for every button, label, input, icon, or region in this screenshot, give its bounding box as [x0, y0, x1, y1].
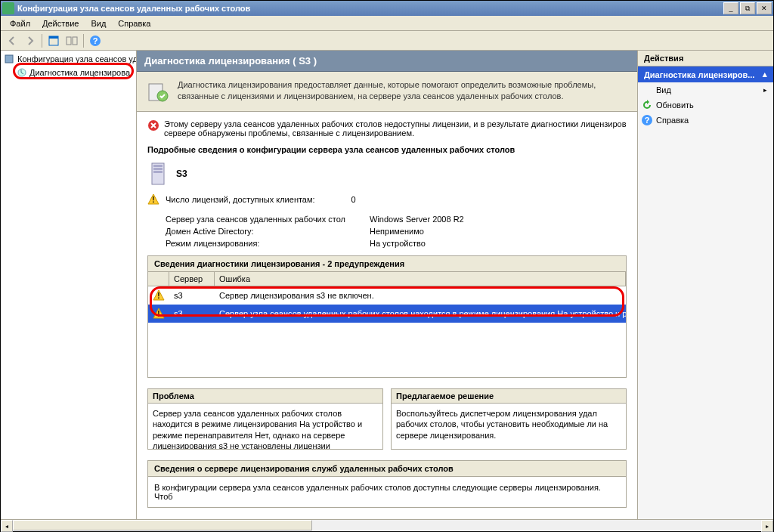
- main-window: Конфигурация узла сеансов удаленных рабо…: [0, 0, 774, 532]
- toolbar-separator: [83, 34, 84, 48]
- actions-subtitle[interactable]: Диагностика лицензиров... ▴: [638, 66, 773, 82]
- detail-row-mode: Режим лицензирования: На устройство: [166, 239, 627, 248]
- svg-rect-13: [153, 168, 163, 170]
- license-server-section: Сведения о сервере лицензирования служб …: [147, 460, 627, 508]
- problem-box: Проблема Сервер узла сеансов удаленных р…: [147, 388, 383, 450]
- error-icon: [147, 119, 159, 131]
- license-section-title: Сведения о сервере лицензирования служб …: [147, 460, 627, 477]
- tree-root[interactable]: Конфигурация узла сеансов уд: [2, 52, 135, 66]
- toolbar-separator: [42, 34, 42, 48]
- license-count-value: 0: [351, 195, 356, 204]
- toolbar: ?: [1, 31, 773, 51]
- warning-icon: !: [153, 308, 165, 320]
- menu-file[interactable]: Файл: [4, 17, 36, 29]
- svg-text:?: ?: [645, 116, 650, 125]
- warning-icon: !: [147, 193, 159, 206]
- scroll-thumb[interactable]: [13, 520, 312, 530]
- svg-rect-6: [5, 55, 13, 63]
- scroll-track[interactable]: [13, 520, 761, 531]
- diag-row-error: Сервер лицензирования s3 не включен.: [215, 289, 626, 302]
- error-message: Этому серверу узла сеансов удаленных раб…: [147, 119, 627, 138]
- warning-icon: !: [153, 289, 165, 302]
- diag-th-server[interactable]: Сервер: [169, 272, 215, 286]
- info-bar: Диагностика лицензирования предоставляет…: [137, 72, 637, 112]
- window-controls: _ ⧉ ✕: [723, 2, 772, 14]
- help-icon: ?: [641, 114, 653, 126]
- svg-text:!: !: [157, 292, 159, 300]
- menu-help[interactable]: Справка: [112, 17, 156, 29]
- diag-row[interactable]: ! s3 Сервер лицензирования s3 не включен…: [148, 286, 626, 305]
- info-text: Диагностика лицензирования предоставляет…: [178, 79, 628, 103]
- diag-row-server: s3: [169, 308, 215, 320]
- action-help[interactable]: ? Справка: [638, 113, 773, 128]
- svg-rect-12: [153, 165, 163, 167]
- svg-rect-2: [67, 37, 71, 45]
- window-title: Конфигурация узла сеансов удаленных рабо…: [17, 4, 723, 13]
- solution-title: Предлагаемое решение: [392, 389, 626, 404]
- main-area: Конфигурация узла сеансов уд Диагностика…: [1, 51, 773, 519]
- diag-section-header: Сведения диагностики лицензирования - 2 …: [147, 255, 627, 272]
- toolbar-btn-2[interactable]: [63, 32, 80, 49]
- diag-row[interactable]: ! s3 Сервер узла сеансов удаленных рабоч…: [148, 305, 626, 323]
- server-name: S3: [176, 169, 187, 179]
- scroll-right-button[interactable]: ▸: [761, 520, 773, 532]
- diag-table-body: ! s3 Сервер лицензирования s3 не включен…: [148, 286, 626, 377]
- svg-rect-3: [73, 37, 77, 45]
- scroll-left-button[interactable]: ◂: [1, 520, 13, 532]
- svg-text:!: !: [152, 196, 154, 204]
- problem-title: Проблема: [148, 389, 382, 404]
- titlebar: Конфигурация узла сеансов удаленных рабо…: [1, 1, 773, 16]
- horizontal-scrollbar[interactable]: ◂ ▸: [1, 519, 773, 531]
- content-body: Этому серверу узла сеансов удаленных раб…: [137, 112, 637, 519]
- problem-solution-area: Проблема Сервер узла сеансов удаленных р…: [147, 388, 627, 450]
- tree-panel: Конфигурация узла сеансов уд Диагностика…: [1, 51, 137, 519]
- action-view[interactable]: Вид: [638, 82, 773, 97]
- diag-table-header: Сервер Ошибка: [148, 272, 626, 286]
- detail-row-domain: Домен Active Directory: Неприменимо: [166, 227, 627, 236]
- tree-diagnostics[interactable]: Диагностика лицензирова: [14, 66, 135, 79]
- content-panel: Диагностика лицензирования ( S3 ) Диагно…: [137, 51, 637, 519]
- detail-row-version: Сервер узла сеансов удаленных рабочих ст…: [166, 215, 627, 224]
- toolbar-btn-1[interactable]: [45, 32, 62, 49]
- svg-point-7: [18, 69, 26, 76]
- refresh-icon: [641, 99, 653, 111]
- maximize-button[interactable]: ⧉: [740, 2, 755, 14]
- svg-rect-1: [49, 36, 58, 39]
- collapse-icon: ▴: [763, 70, 767, 79]
- license-count-row: ! Число лицензий, доступных клиентам: 0: [147, 193, 627, 206]
- actions-title: Действия: [638, 51, 773, 66]
- solution-box: Предлагаемое решение Воспользуйтесь дисп…: [391, 388, 627, 450]
- actions-panel: Действия Диагностика лицензиров... ▴ Вид…: [637, 51, 773, 519]
- content-header: Диагностика лицензирования ( S3 ): [137, 51, 637, 72]
- diag-table: Сервер Ошибка ! s3 Сервер лицензирования…: [147, 272, 627, 378]
- action-refresh[interactable]: Обновить: [638, 97, 773, 113]
- close-button[interactable]: ✕: [757, 2, 772, 14]
- diag-row-icon: !: [148, 288, 169, 303]
- svg-text:!: !: [157, 310, 159, 318]
- server-block: S3: [147, 162, 627, 186]
- forward-button[interactable]: [22, 32, 39, 49]
- svg-rect-14: [153, 171, 163, 173]
- app-icon: [2, 2, 14, 14]
- server-icon: [147, 162, 169, 186]
- help-button[interactable]: ?: [87, 32, 104, 49]
- diag-row-error: Сервер узла сеансов удаленных рабочих ст…: [215, 308, 626, 320]
- diag-th-icon[interactable]: [148, 272, 169, 286]
- svg-text:?: ?: [93, 36, 98, 45]
- problem-text[interactable]: Сервер узла сеансов удаленных рабочих ст…: [148, 404, 382, 449]
- menu-view[interactable]: Вид: [85, 17, 112, 29]
- diagnostics-large-icon: [146, 79, 170, 104]
- config-section-title: Подробные сведения о конфигурации сервер…: [147, 145, 627, 154]
- menubar: Файл Действие Вид Справка: [1, 16, 773, 31]
- license-count-label: Число лицензий, доступных клиентам:: [166, 195, 315, 204]
- diag-th-error[interactable]: Ошибка: [215, 272, 626, 286]
- menu-action[interactable]: Действие: [36, 17, 85, 29]
- license-section-body: В конфигурации сервера узла сеансов удал…: [147, 477, 627, 508]
- back-button[interactable]: [4, 32, 20, 49]
- server-config-icon: [4, 53, 16, 65]
- diagnostics-icon: [16, 66, 28, 79]
- diag-row-icon: !: [148, 306, 169, 321]
- diag-row-server: s3: [169, 289, 215, 302]
- solution-text[interactable]: Воспользуйтесь диспетчером лицензировани…: [392, 404, 626, 449]
- minimize-button[interactable]: _: [723, 2, 738, 14]
